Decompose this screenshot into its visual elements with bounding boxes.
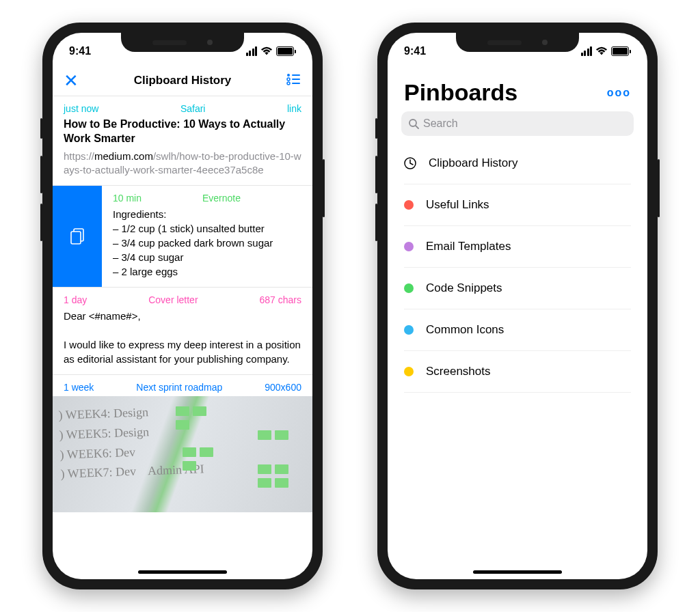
color-dot-icon — [404, 325, 414, 335]
search-placeholder: Search — [423, 117, 458, 130]
entry-time: 1 day — [64, 294, 87, 305]
search-input[interactable]: Search — [401, 111, 634, 136]
search-icon — [408, 118, 419, 129]
entry-body: Ingredients: – 1/2 cup (1 stick) unsalte… — [113, 207, 301, 279]
pinboard-item-common-icons[interactable]: Common Icons — [404, 309, 631, 351]
pinboard-label: Code Snippets — [426, 281, 502, 295]
copy-icon — [53, 186, 102, 287]
pinboard-item-email-templates[interactable]: Email Templates — [404, 226, 631, 268]
clock-icon — [404, 157, 416, 169]
pinboards-header: Pinboards ooo — [388, 66, 647, 111]
phone-right: 9:41 Pinboards ooo Search Clipboard Hist… — [377, 23, 658, 589]
entry-tag: 900x600 — [265, 382, 301, 393]
entry-image-preview: ) WEEK4: Design ) WEEK5: Design ) WEEK6:… — [53, 396, 312, 512]
clip-entry[interactable]: just now Safari link How to Be Productiv… — [53, 96, 312, 186]
color-dot-icon — [404, 367, 414, 376]
entry-url: https://medium.com/swlh/how-to-be-produc… — [64, 150, 301, 178]
pinboard-label: Screenshots — [426, 365, 491, 378]
entry-headline: How to Be Productive: 10 Ways to Actuall… — [64, 117, 301, 146]
svg-rect-5 — [292, 83, 300, 84]
cell-signal-icon — [246, 46, 258, 56]
phone-left: 9:41 ✕ Clipboard History just now Safari… — [42, 23, 323, 589]
nav-header: ✕ Clipboard History — [53, 66, 312, 96]
status-time: 9:41 — [69, 45, 91, 57]
pinboard-item-screenshots[interactable]: Screenshots — [404, 351, 631, 393]
entry-source: Evernote — [202, 193, 241, 204]
pinboard-item-useful-links[interactable]: Useful Links — [404, 184, 631, 226]
nav-title: Clipboard History — [134, 74, 232, 87]
pinboard-item-code-snippets[interactable]: Code Snippets — [404, 268, 631, 309]
clip-entry[interactable]: 1 day Cover letter 687 chars Dear <#name… — [53, 288, 312, 375]
pinboard-label: Useful Links — [426, 198, 489, 212]
status-time: 9:41 — [404, 45, 426, 57]
list-view-button[interactable] — [286, 73, 301, 88]
svg-point-1 — [287, 78, 290, 81]
entry-source: Safari — [180, 103, 206, 114]
entry-source: Cover letter — [148, 294, 198, 305]
home-indicator[interactable] — [473, 570, 562, 574]
page-title: Pinboards — [404, 79, 517, 106]
pinboard-label: Clipboard History — [429, 156, 517, 170]
entry-body: Dear <#name#>, I would like to express m… — [64, 309, 301, 366]
svg-point-2 — [287, 82, 290, 85]
clip-entry[interactable]: 1 week Next sprint roadmap 900x600 ) WEE… — [53, 375, 312, 505]
battery-icon — [611, 46, 631, 56]
cell-signal-icon — [581, 46, 593, 56]
svg-rect-3 — [292, 74, 300, 76]
wifi-icon — [260, 46, 273, 56]
svg-point-0 — [287, 74, 290, 76]
pinboard-label: Common Icons — [426, 323, 504, 337]
entry-tag: link — [287, 103, 301, 114]
battery-icon — [276, 46, 296, 56]
more-button[interactable]: ooo — [607, 87, 631, 99]
pinboard-label: Email Templates — [426, 240, 511, 253]
entry-time: just now — [64, 103, 98, 114]
close-button[interactable]: ✕ — [64, 72, 79, 89]
home-indicator[interactable] — [138, 570, 227, 574]
svg-rect-4 — [292, 79, 300, 80]
entry-source: Next sprint roadmap — [136, 382, 222, 393]
pinboard-item-clipboard-history[interactable]: Clipboard History — [404, 143, 631, 184]
clip-entry[interactable]: 10 min Evernote Ingredients: – 1/2 cup (… — [53, 186, 312, 288]
color-dot-icon — [404, 242, 414, 251]
entry-time: 1 week — [64, 382, 94, 393]
svg-rect-7 — [71, 232, 81, 244]
svg-line-9 — [416, 126, 418, 128]
color-dot-icon — [404, 283, 414, 293]
clipboard-list[interactable]: just now Safari link How to Be Productiv… — [53, 96, 312, 579]
entry-time: 10 min — [113, 193, 142, 204]
color-dot-icon — [404, 200, 414, 210]
entry-tag: 687 chars — [260, 294, 301, 305]
wifi-icon — [595, 46, 608, 56]
pinboards-list: Clipboard History Useful Links Email Tem… — [388, 143, 647, 393]
